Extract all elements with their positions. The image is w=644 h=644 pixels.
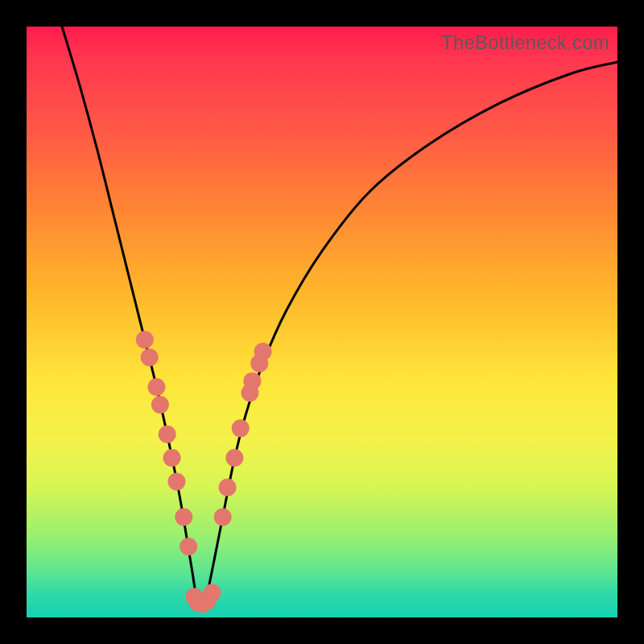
data-marker: [219, 479, 237, 497]
data-marker: [243, 372, 261, 390]
chart-stage: TheBottleneck.com: [0, 0, 644, 644]
data-marker: [136, 331, 154, 349]
data-marker: [147, 378, 165, 396]
data-marker: [214, 508, 232, 526]
data-marker: [180, 538, 197, 555]
curve-svg: [27, 27, 617, 617]
curve-markers: [136, 331, 272, 613]
data-marker: [167, 473, 185, 490]
data-marker: [151, 396, 169, 414]
plot-area: TheBottleneck.com: [27, 27, 617, 617]
data-marker: [254, 343, 272, 361]
data-marker: [175, 508, 192, 526]
bottleneck-curve: [62, 27, 617, 609]
data-marker: [159, 425, 176, 443]
data-marker: [232, 419, 250, 437]
data-marker: [163, 449, 181, 467]
data-marker: [141, 349, 159, 366]
data-marker: [203, 584, 221, 601]
data-marker: [225, 449, 243, 467]
